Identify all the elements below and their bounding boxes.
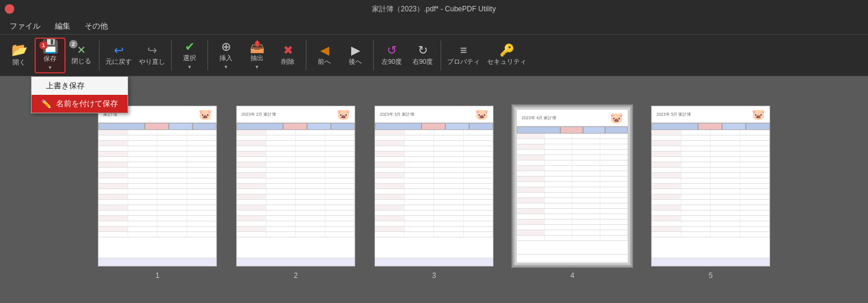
save-badge: 1 — [39, 41, 48, 50]
table-row — [237, 200, 355, 205]
menu-file[interactable]: ファイル — [2, 19, 48, 33]
select-icon: ✔ — [185, 41, 195, 52]
save-as-item[interactable]: ✏️ 名前を付けて保存 — [32, 95, 128, 113]
table-row — [237, 135, 355, 141]
table-row — [652, 227, 770, 232]
table-row — [517, 203, 628, 209]
thumb-table-1 — [98, 123, 216, 258]
table-row — [652, 194, 770, 200]
table-row — [517, 209, 628, 214]
toolbar: 📂 開く 1 💾 保存 ▼ 2 ✕ 閉じる ↩ 元に戻す ↪ やり直し ✔ 選択… — [0, 35, 868, 76]
close-badge: 2 — [69, 40, 78, 48]
thumb-inner-5: 2023年 5月 家計簿 🐷 — [652, 106, 770, 266]
menu-bar: ファイル 編集 その他 — [0, 18, 868, 35]
table-row — [237, 232, 355, 237]
save-label: 保存 — [44, 54, 57, 63]
table-row — [652, 221, 770, 227]
table-row — [375, 178, 493, 184]
insert-button[interactable]: ⊕ 挿入 ▼ — [210, 38, 241, 73]
table-row — [652, 168, 770, 173]
menu-other[interactable]: その他 — [78, 19, 115, 33]
table-row — [375, 232, 493, 237]
page-wrapper-5: 2023年 5月 家計簿 🐷 — [651, 106, 770, 280]
table-row — [98, 168, 216, 173]
save-button[interactable]: 1 💾 保存 ▼ — [35, 38, 66, 73]
table-row — [98, 162, 216, 168]
table-row — [652, 141, 770, 146]
page-wrapper-1: 家計簿 🐷 — [98, 106, 217, 280]
page-thumbnail-3[interactable]: 2023年 3月 家計簿 🐷 — [374, 106, 494, 267]
table-row — [98, 194, 216, 200]
security-icon: 🔑 — [500, 44, 514, 56]
insert-dropdown-arrow: ▼ — [224, 64, 228, 70]
next-button[interactable]: ▶ 後へ — [340, 38, 371, 73]
security-label: セキュリティ — [487, 57, 526, 66]
open-button[interactable]: 📂 開く — [4, 38, 35, 73]
undo-button[interactable]: ↩ 元に戻す — [102, 38, 135, 73]
page-number-3: 3 — [432, 271, 436, 280]
table-row — [375, 141, 493, 146]
table-row — [517, 219, 628, 225]
divider-3 — [207, 41, 208, 70]
thumb-pig-4: 🐷 — [610, 112, 623, 125]
table-row — [652, 189, 770, 194]
thumb-pig-2: 🐷 — [337, 108, 350, 121]
table-row — [98, 232, 216, 237]
table-row — [375, 189, 493, 194]
save-dropdown-menu: 上書き保存 ✏️ 名前を付けて保存 — [31, 76, 128, 113]
divider-1 — [99, 41, 100, 70]
thumb-footer-4 — [517, 254, 628, 262]
rotate-left-label: 左90度 — [382, 57, 402, 66]
table-row — [375, 157, 493, 162]
prev-icon: ◀ — [320, 44, 329, 56]
page-thumbnail-1[interactable]: 家計簿 🐷 — [98, 106, 217, 267]
security-button[interactable]: 🔑 セキュリティ — [483, 38, 530, 73]
page-number-4: 4 — [571, 271, 575, 280]
properties-button[interactable]: ≡ プロパティ — [444, 38, 483, 73]
table-row — [517, 177, 628, 182]
prev-button[interactable]: ◀ 前へ — [309, 38, 340, 73]
table-row — [375, 173, 493, 178]
rotate-right-button[interactable]: ↻ 右90度 — [407, 38, 438, 73]
table-row — [652, 178, 770, 184]
table-row — [652, 146, 770, 152]
thumb-footer-2 — [237, 258, 355, 266]
thumb-header-5: 2023年 5月 家計簿 🐷 — [652, 106, 770, 123]
table-row — [517, 150, 628, 155]
rotate-left-button[interactable]: ↺ 左90度 — [376, 38, 407, 73]
extract-button[interactable]: 📤 抽出 ▼ — [241, 38, 272, 73]
properties-label: プロパティ — [447, 57, 480, 66]
prev-label: 前へ — [318, 57, 331, 66]
page-thumbnail-4[interactable]: 2023年 4月 家計簿 🐷 — [513, 106, 632, 267]
table-row — [237, 227, 355, 232]
menu-edit[interactable]: 編集 — [48, 19, 78, 33]
rotate-right-label: 右90度 — [413, 57, 433, 66]
thumb-col-header-1 — [98, 123, 216, 130]
thumb-inner-4: 2023年 4月 家計簿 🐷 — [517, 110, 628, 262]
table-row — [517, 182, 628, 187]
save-overwrite-item[interactable]: 上書き保存 — [32, 77, 128, 95]
table-row — [237, 221, 355, 227]
table-row — [98, 178, 216, 184]
app-icon — [5, 4, 14, 14]
page-thumbnail-2[interactable]: 2023年 2月 家計簿 🐷 — [236, 106, 355, 267]
select-dropdown-arrow: ▼ — [187, 64, 192, 70]
table-row — [98, 205, 216, 211]
delete-button[interactable]: ✖ 削除 — [272, 38, 303, 73]
select-button[interactable]: ✔ 選択 ▼ — [174, 38, 205, 73]
table-row — [98, 135, 216, 141]
select-label: 選択 — [183, 54, 196, 63]
thumb-table-4 — [517, 126, 628, 254]
redo-button[interactable]: ↪ やり直し — [135, 38, 169, 73]
thumb-pig-5: 🐷 — [752, 108, 765, 121]
table-row — [517, 166, 628, 171]
insert-icon: ⊕ — [221, 41, 231, 52]
table-row — [517, 236, 628, 241]
page-thumbnail-5[interactable]: 2023年 5月 家計簿 🐷 — [651, 106, 770, 267]
close-button[interactable]: 2 ✕ 閉じる — [66, 38, 97, 73]
table-row — [375, 152, 493, 157]
table-row — [652, 157, 770, 162]
thumb-table-5 — [652, 123, 770, 258]
next-icon: ▶ — [351, 44, 360, 56]
table-row — [237, 216, 355, 221]
